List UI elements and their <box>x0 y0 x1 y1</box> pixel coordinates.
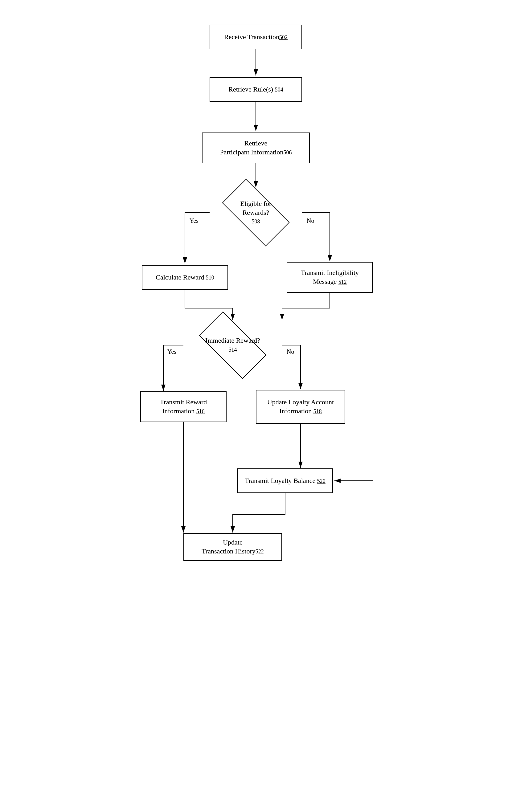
retrieve-participant-label: RetrieveParticipant Information506 <box>220 139 292 156</box>
transmit-loyalty-balance-label: Transmit Loyalty Balance 520 <box>245 476 325 485</box>
transmit-reward-info-box: Transmit RewardInformation 516 <box>140 391 227 422</box>
no-label-eligible: No <box>307 217 314 224</box>
update-loyalty-account-box: Update Loyalty AccountInformation 518 <box>256 390 345 424</box>
immediate-reward-shape <box>199 311 266 379</box>
update-loyalty-account-label: Update Loyalty AccountInformation 518 <box>267 398 334 415</box>
update-transaction-history-box: UpdateTransaction History522 <box>183 533 282 561</box>
update-transaction-history-label: UpdateTransaction History522 <box>201 538 264 556</box>
receive-transaction-label: Receive Transaction 502 <box>224 33 288 42</box>
retrieve-rules-label: Retrieve Rule(s) 504 <box>228 85 283 94</box>
calculate-reward-box: Calculate Reward 510 <box>142 265 228 290</box>
immediate-reward-diamond: Immediate Reward?514 <box>183 320 282 370</box>
transmit-ineligibility-label: Transmit IneligibilityMessage 512 <box>301 268 359 286</box>
receive-transaction-box: Receive Transaction 502 <box>210 24 302 49</box>
eligible-rewards-shape <box>222 179 290 246</box>
transmit-ineligibility-box: Transmit IneligibilityMessage 512 <box>286 262 373 293</box>
yes-label-immediate: Yes <box>167 348 176 355</box>
flowchart: Receive Transaction 502 Retrieve Rule(s)… <box>123 12 401 801</box>
transmit-reward-info-label: Transmit RewardInformation 516 <box>160 398 207 415</box>
retrieve-rules-box: Retrieve Rule(s) 504 <box>210 77 302 102</box>
retrieve-participant-box: RetrieveParticipant Information506 <box>202 133 310 163</box>
transmit-loyalty-balance-box: Transmit Loyalty Balance 520 <box>238 468 333 493</box>
calculate-reward-label: Calculate Reward 510 <box>155 273 214 282</box>
yes-label-eligible: Yes <box>190 217 198 224</box>
eligible-rewards-diamond: Eligible forRewards?508 <box>210 188 302 237</box>
no-label-immediate: No <box>286 348 294 355</box>
